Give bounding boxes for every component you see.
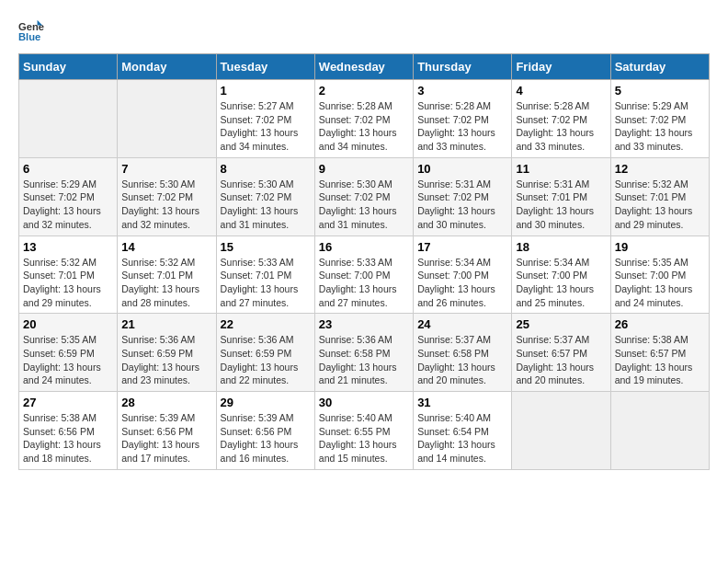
week-row-5: 27Sunrise: 5:38 AM Sunset: 6:56 PM Dayli…	[19, 392, 710, 470]
day-info: Sunrise: 5:29 AM Sunset: 7:02 PM Dayligh…	[615, 99, 705, 154]
day-number: 29	[221, 396, 311, 409]
day-cell: 31Sunrise: 5:40 AM Sunset: 6:54 PM Dayli…	[414, 392, 512, 470]
day-cell	[512, 392, 610, 470]
calendar-table: SundayMondayTuesdayWednesdayThursdayFrid…	[18, 53, 710, 470]
day-number: 2	[319, 84, 409, 98]
day-cell: 27Sunrise: 5:38 AM Sunset: 6:56 PM Dayli…	[19, 392, 118, 470]
svg-text:Blue: Blue	[18, 31, 40, 42]
day-info: Sunrise: 5:40 AM Sunset: 6:54 PM Dayligh…	[417, 411, 507, 465]
day-number: 24	[417, 317, 507, 331]
day-number: 26	[615, 317, 705, 331]
day-number: 18	[516, 240, 606, 254]
day-info: Sunrise: 5:27 AM Sunset: 7:02 PM Dayligh…	[221, 99, 311, 154]
day-cell: 18Sunrise: 5:34 AM Sunset: 7:00 PM Dayli…	[512, 236, 610, 314]
day-cell: 17Sunrise: 5:34 AM Sunset: 7:00 PM Dayli…	[414, 236, 512, 314]
day-number: 7	[121, 162, 211, 176]
day-number: 3	[417, 84, 507, 98]
day-number: 27	[23, 396, 113, 409]
col-header-saturday: Saturday	[610, 54, 709, 80]
day-cell: 21Sunrise: 5:36 AM Sunset: 6:59 PM Dayli…	[118, 314, 216, 392]
day-number: 4	[516, 84, 606, 98]
day-cell: 13Sunrise: 5:32 AM Sunset: 7:01 PM Dayli…	[19, 236, 118, 314]
svg-text:General: General	[18, 21, 44, 32]
week-row-3: 13Sunrise: 5:32 AM Sunset: 7:01 PM Dayli…	[19, 236, 710, 314]
logo: General Blue	[18, 18, 48, 44]
col-header-wednesday: Wednesday	[314, 54, 413, 80]
day-info: Sunrise: 5:37 AM Sunset: 6:58 PM Dayligh…	[417, 333, 507, 387]
day-number: 20	[23, 317, 113, 331]
day-number: 14	[121, 240, 211, 254]
day-info: Sunrise: 5:30 AM Sunset: 7:02 PM Dayligh…	[221, 178, 311, 232]
day-cell: 2Sunrise: 5:28 AM Sunset: 7:02 PM Daylig…	[314, 80, 413, 158]
day-cell: 15Sunrise: 5:33 AM Sunset: 7:01 PM Dayli…	[216, 236, 314, 314]
day-number: 22	[221, 317, 311, 331]
day-info: Sunrise: 5:32 AM Sunset: 7:01 PM Dayligh…	[615, 178, 705, 232]
day-number: 17	[417, 240, 507, 254]
day-cell: 23Sunrise: 5:36 AM Sunset: 6:58 PM Dayli…	[314, 314, 413, 392]
week-row-2: 6Sunrise: 5:29 AM Sunset: 7:02 PM Daylig…	[19, 157, 710, 236]
day-cell	[118, 80, 216, 158]
day-cell: 12Sunrise: 5:32 AM Sunset: 7:01 PM Dayli…	[610, 157, 709, 236]
day-info: Sunrise: 5:39 AM Sunset: 6:56 PM Dayligh…	[221, 411, 311, 465]
day-number: 12	[615, 162, 705, 176]
col-header-monday: Monday	[118, 54, 216, 80]
day-cell	[610, 392, 709, 470]
day-info: Sunrise: 5:29 AM Sunset: 7:02 PM Dayligh…	[23, 178, 113, 232]
day-cell: 22Sunrise: 5:36 AM Sunset: 6:59 PM Dayli…	[216, 314, 314, 392]
day-number: 6	[23, 162, 113, 176]
day-info: Sunrise: 5:33 AM Sunset: 7:00 PM Dayligh…	[319, 256, 409, 310]
day-info: Sunrise: 5:38 AM Sunset: 6:56 PM Dayligh…	[23, 411, 113, 465]
day-cell: 24Sunrise: 5:37 AM Sunset: 6:58 PM Dayli…	[414, 314, 512, 392]
day-cell: 5Sunrise: 5:29 AM Sunset: 7:02 PM Daylig…	[610, 80, 709, 158]
day-cell: 7Sunrise: 5:30 AM Sunset: 7:02 PM Daylig…	[118, 157, 216, 236]
day-info: Sunrise: 5:34 AM Sunset: 7:00 PM Dayligh…	[516, 256, 606, 310]
day-number: 21	[121, 317, 211, 331]
day-cell: 20Sunrise: 5:35 AM Sunset: 6:59 PM Dayli…	[19, 314, 118, 392]
day-number: 8	[221, 162, 311, 176]
day-cell: 26Sunrise: 5:38 AM Sunset: 6:57 PM Dayli…	[610, 314, 709, 392]
day-cell: 28Sunrise: 5:39 AM Sunset: 6:56 PM Dayli…	[118, 392, 216, 470]
day-info: Sunrise: 5:40 AM Sunset: 6:55 PM Dayligh…	[319, 411, 409, 465]
day-info: Sunrise: 5:35 AM Sunset: 7:00 PM Dayligh…	[615, 256, 705, 310]
day-info: Sunrise: 5:32 AM Sunset: 7:01 PM Dayligh…	[23, 256, 113, 310]
day-number: 19	[615, 240, 705, 254]
day-cell: 25Sunrise: 5:37 AM Sunset: 6:57 PM Dayli…	[512, 314, 610, 392]
col-header-sunday: Sunday	[19, 54, 118, 80]
day-info: Sunrise: 5:39 AM Sunset: 6:56 PM Dayligh…	[121, 411, 211, 465]
day-number: 28	[121, 396, 211, 409]
day-number: 9	[319, 162, 409, 176]
day-info: Sunrise: 5:31 AM Sunset: 7:02 PM Dayligh…	[417, 178, 507, 232]
col-header-friday: Friday	[512, 54, 610, 80]
day-cell: 16Sunrise: 5:33 AM Sunset: 7:00 PM Dayli…	[314, 236, 413, 314]
day-number: 13	[23, 240, 113, 254]
day-info: Sunrise: 5:36 AM Sunset: 6:59 PM Dayligh…	[121, 333, 211, 387]
day-info: Sunrise: 5:30 AM Sunset: 7:02 PM Dayligh…	[319, 178, 409, 232]
day-number: 16	[319, 240, 409, 254]
week-row-4: 20Sunrise: 5:35 AM Sunset: 6:59 PM Dayli…	[19, 314, 710, 392]
day-cell: 10Sunrise: 5:31 AM Sunset: 7:02 PM Dayli…	[414, 157, 512, 236]
day-cell: 8Sunrise: 5:30 AM Sunset: 7:02 PM Daylig…	[216, 157, 314, 236]
day-cell: 1Sunrise: 5:27 AM Sunset: 7:02 PM Daylig…	[216, 80, 314, 158]
day-cell: 29Sunrise: 5:39 AM Sunset: 6:56 PM Dayli…	[216, 392, 314, 470]
col-header-thursday: Thursday	[414, 54, 512, 80]
day-info: Sunrise: 5:38 AM Sunset: 6:57 PM Dayligh…	[615, 333, 705, 387]
day-cell: 30Sunrise: 5:40 AM Sunset: 6:55 PM Dayli…	[314, 392, 413, 470]
day-number: 23	[319, 317, 409, 331]
day-number: 5	[615, 84, 705, 98]
day-cell: 4Sunrise: 5:28 AM Sunset: 7:02 PM Daylig…	[512, 80, 610, 158]
day-info: Sunrise: 5:31 AM Sunset: 7:01 PM Dayligh…	[516, 178, 606, 232]
day-info: Sunrise: 5:28 AM Sunset: 7:02 PM Dayligh…	[417, 99, 507, 154]
day-info: Sunrise: 5:35 AM Sunset: 6:59 PM Dayligh…	[23, 333, 113, 387]
day-info: Sunrise: 5:34 AM Sunset: 7:00 PM Dayligh…	[417, 256, 507, 310]
day-number: 11	[516, 162, 606, 176]
day-number: 30	[319, 396, 409, 409]
header: General Blue	[18, 18, 710, 44]
week-row-1: 1Sunrise: 5:27 AM Sunset: 7:02 PM Daylig…	[19, 80, 710, 158]
day-number: 25	[516, 317, 606, 331]
day-info: Sunrise: 5:28 AM Sunset: 7:02 PM Dayligh…	[516, 99, 606, 154]
day-info: Sunrise: 5:33 AM Sunset: 7:01 PM Dayligh…	[221, 256, 311, 310]
day-cell: 19Sunrise: 5:35 AM Sunset: 7:00 PM Dayli…	[610, 236, 709, 314]
day-info: Sunrise: 5:28 AM Sunset: 7:02 PM Dayligh…	[319, 99, 409, 154]
day-number: 31	[417, 396, 507, 409]
logo-icon: General Blue	[18, 18, 44, 44]
